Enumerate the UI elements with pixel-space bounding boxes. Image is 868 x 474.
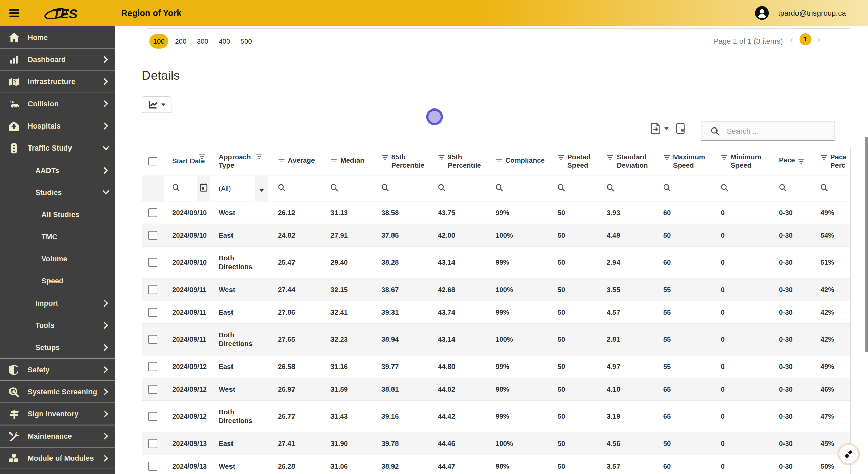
- search-icon[interactable]: [496, 183, 503, 193]
- row-checkbox[interactable]: [148, 362, 157, 371]
- row-checkbox[interactable]: [148, 439, 157, 448]
- filter-cell-start-date[interactable]: [164, 176, 210, 201]
- column-header-85th-percentile[interactable]: 85th Percentile: [372, 147, 429, 175]
- filter-icon[interactable]: [496, 157, 503, 166]
- filter-icon[interactable]: [256, 153, 263, 161]
- menu-icon[interactable]: [9, 9, 19, 17]
- table-row[interactable]: 2024/09/10Both Directions25.4729.4038.28…: [142, 247, 850, 278]
- page-size-300[interactable]: 300: [193, 34, 212, 49]
- sidebar-item-collision[interactable]: Collision: [0, 93, 115, 115]
- sidebar-item-systemic-screening[interactable]: Systemic Screening: [0, 380, 115, 402]
- filter-cell-approach-type[interactable]: (All): [210, 176, 268, 201]
- sidebar-item-tmc[interactable]: TMC: [0, 225, 115, 248]
- sidebar-item-tools[interactable]: Tools: [0, 314, 115, 336]
- row-checkbox[interactable]: [148, 412, 157, 421]
- sidebar-item-hospitals[interactable]: Hospitals: [0, 115, 115, 137]
- filter-cell-maximum-speed[interactable]: [655, 176, 713, 201]
- sidebar-item-aadts[interactable]: AADTs: [0, 159, 115, 181]
- column-header-maximum-speed[interactable]: Maximum Speed: [655, 147, 713, 175]
- approach-type-filter-value[interactable]: (All): [219, 185, 231, 193]
- column-header-pace[interactable]: Pace: [771, 147, 813, 175]
- filter-icon[interactable]: [607, 153, 614, 162]
- filter-cell-95th-percentile[interactable]: [429, 176, 486, 201]
- filter-cell-minimum-speed[interactable]: [713, 176, 771, 201]
- filter-icon[interactable]: [721, 153, 728, 162]
- column-header-pace-perc[interactable]: Pace Perc: [813, 147, 850, 175]
- search-icon[interactable]: [779, 183, 787, 193]
- calendar-icon[interactable]: [200, 183, 208, 194]
- sidebar-item-infrastructure[interactable]: Infrastructure: [0, 70, 115, 92]
- user-avatar-icon[interactable]: [755, 5, 770, 20]
- vertical-scrollbar[interactable]: [865, 137, 868, 352]
- search-icon[interactable]: [278, 183, 286, 193]
- filter-cell-compliance[interactable]: [486, 176, 549, 201]
- table-row[interactable]: 2024/09/13West26.2831.0638.9244.4798%503…: [142, 455, 850, 474]
- table-row[interactable]: 2024/09/13East27.4131.9039.7844.46100%50…: [142, 433, 850, 455]
- column-header-95th-percentile[interactable]: 95th Percentile: [429, 147, 486, 175]
- table-row[interactable]: 2024/09/10East24.8227.9137.8542.00100%50…: [142, 224, 850, 247]
- search-input[interactable]: [726, 126, 822, 136]
- page-size-100[interactable]: 100: [149, 34, 168, 49]
- filter-cell-standard-deviation[interactable]: [599, 176, 655, 201]
- filter-cell-pace-perc[interactable]: [813, 176, 850, 201]
- filter-icon[interactable]: [278, 157, 285, 166]
- page-number-button[interactable]: 1: [799, 33, 811, 45]
- sidebar-item-maintenance[interactable]: Maintenance: [0, 425, 115, 447]
- search-icon[interactable]: [558, 183, 565, 193]
- row-checkbox[interactable]: [148, 385, 157, 394]
- column-header-start-date[interactable]: Start Date: [164, 147, 210, 175]
- search-icon[interactable]: [438, 183, 446, 193]
- column-header-minimum-speed[interactable]: Minimum Speed: [713, 147, 771, 175]
- row-checkbox[interactable]: [148, 209, 157, 217]
- filter-cell-median[interactable]: [321, 176, 372, 201]
- row-checkbox[interactable]: [148, 285, 157, 294]
- filter-icon[interactable]: [798, 158, 805, 167]
- sidebar-item-speed[interactable]: Speed: [0, 270, 115, 292]
- filter-icon[interactable]: [438, 153, 445, 162]
- search-icon[interactable]: [663, 183, 671, 193]
- table-row[interactable]: 2024/09/12Both Directions26.7731.4339.16…: [142, 401, 850, 433]
- column-chooser-button[interactable]: [676, 123, 685, 136]
- search-icon[interactable]: [330, 183, 338, 193]
- column-header-posted-speed[interactable]: Posted Speed: [549, 147, 599, 175]
- column-header-standard-deviation[interactable]: Standard Deviation: [599, 147, 655, 175]
- sidebar-item-module-of-modules[interactable]: Module of Modules: [0, 447, 115, 469]
- sidebar-item-home[interactable]: Home: [0, 26, 115, 48]
- table-row[interactable]: 2024/09/12West26.9731.5938.8144.0298%504…: [142, 378, 850, 401]
- table-row[interactable]: 2024/09/12East26.5831.1639.7744.8099%504…: [142, 356, 850, 378]
- search-icon[interactable]: [607, 183, 614, 193]
- user-email[interactable]: tpardo@tnsgroup.ca: [778, 9, 846, 17]
- table-row[interactable]: 2024/09/11Both Directions27.6532.2338.94…: [142, 324, 850, 355]
- search-icon[interactable]: [172, 183, 180, 193]
- filter-cell-posted-speed[interactable]: [549, 176, 599, 201]
- column-header-median[interactable]: Median: [321, 147, 372, 175]
- select-all-checkbox[interactable]: [148, 157, 157, 165]
- column-header-approach-type[interactable]: Approach Type: [210, 147, 268, 175]
- chart-view-button[interactable]: [142, 96, 171, 113]
- sidebar-item-volume[interactable]: Volume: [0, 248, 115, 270]
- export-button[interactable]: [651, 123, 669, 134]
- sidebar-item-traffic-study[interactable]: Traffic Study: [0, 137, 115, 159]
- filter-cell-pace[interactable]: [771, 176, 813, 201]
- column-header-average[interactable]: Average: [268, 147, 321, 175]
- sidebar-item-import[interactable]: Import: [0, 292, 115, 314]
- page-size-500[interactable]: 500: [237, 34, 256, 49]
- row-checkbox[interactable]: [148, 258, 157, 267]
- filter-icon[interactable]: [821, 153, 828, 162]
- row-checkbox[interactable]: [148, 462, 157, 471]
- row-checkbox[interactable]: [148, 308, 157, 317]
- table-row[interactable]: 2024/09/10West26.1231.1338.5843.7599%503…: [142, 202, 850, 224]
- filter-icon[interactable]: [381, 153, 388, 162]
- chevron-down-icon[interactable]: [259, 183, 264, 193]
- page-size-200[interactable]: 200: [171, 34, 190, 49]
- filter-icon[interactable]: [663, 153, 670, 162]
- filter-icon[interactable]: [558, 153, 565, 162]
- search-icon[interactable]: [821, 183, 828, 193]
- sidebar-item-sign-inventory[interactable]: Sign Inventory: [0, 402, 115, 424]
- sidebar-item-setups[interactable]: Setups: [0, 336, 115, 358]
- filter-icon[interactable]: [330, 157, 338, 166]
- filter-icon[interactable]: [198, 153, 205, 161]
- row-checkbox[interactable]: [148, 231, 157, 239]
- search-icon[interactable]: [721, 183, 729, 193]
- page-size-400[interactable]: 400: [215, 34, 234, 49]
